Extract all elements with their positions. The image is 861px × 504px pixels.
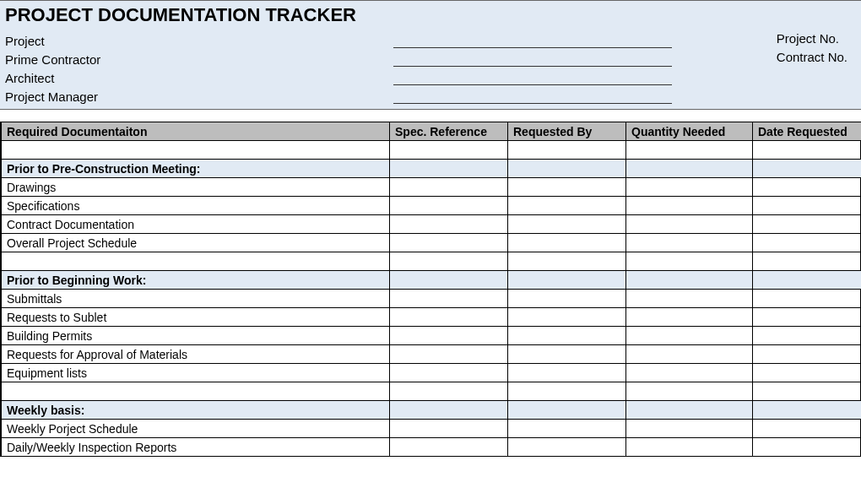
label-project: Project <box>5 34 123 48</box>
section-title: Weekly basis: <box>2 401 390 420</box>
section-blank-cell[interactable] <box>626 160 753 178</box>
label-project-no: Project No. <box>777 31 847 50</box>
section-blank-cell[interactable] <box>753 271 862 290</box>
doc-item-name: Daily/Weekly Inspection Reports <box>2 438 390 457</box>
table-row: Building Permits <box>2 327 862 345</box>
cell-blank[interactable] <box>626 141 753 160</box>
section-blank-cell[interactable] <box>753 160 862 178</box>
section-blank-cell[interactable] <box>753 401 862 420</box>
doc-item-name: Submittals <box>2 290 390 308</box>
cell-input[interactable] <box>390 234 508 252</box>
cell-input[interactable] <box>626 215 753 234</box>
cell-blank[interactable] <box>753 382 862 401</box>
doc-item-name: Weekly Porject Schedule <box>2 420 390 438</box>
cell-input[interactable] <box>753 197 862 215</box>
input-project-manager[interactable] <box>393 89 672 104</box>
cell-input[interactable] <box>753 364 862 382</box>
cell-blank[interactable] <box>508 141 626 160</box>
cell-input[interactable] <box>390 290 508 308</box>
header-block: PROJECT DOCUMENTATION TRACKER Project Pr… <box>0 0 861 110</box>
input-architect[interactable] <box>393 70 672 85</box>
doc-item-name: Specifications <box>2 197 390 215</box>
cell-input[interactable] <box>626 290 753 308</box>
section-blank-cell[interactable] <box>626 401 753 420</box>
cell-input[interactable] <box>753 420 862 438</box>
cell-input[interactable] <box>390 308 508 327</box>
spacer <box>0 110 861 122</box>
cell-blank[interactable] <box>390 382 508 401</box>
table-row: Specifications <box>2 197 862 215</box>
cell-input[interactable] <box>753 290 862 308</box>
input-prime-contractor[interactable] <box>393 51 672 67</box>
table-row: Requests for Approval of Materials <box>2 345 862 364</box>
cell-input[interactable] <box>508 215 626 234</box>
section-header-row: Prior to Beginning Work: <box>2 271 862 290</box>
cell-blank[interactable] <box>2 252 390 271</box>
cell-input[interactable] <box>390 197 508 215</box>
cell-input[interactable] <box>508 364 626 382</box>
cell-input[interactable] <box>508 178 626 197</box>
table-row: Overall Project Schedule <box>2 234 862 252</box>
section-blank-cell[interactable] <box>390 271 508 290</box>
table-row-blank <box>2 382 862 401</box>
cell-blank[interactable] <box>753 252 862 271</box>
cell-input[interactable] <box>508 308 626 327</box>
cell-input[interactable] <box>626 438 753 457</box>
section-header-row: Prior to Pre-Construction Meeting: <box>2 160 862 178</box>
cell-blank[interactable] <box>753 141 862 160</box>
section-blank-cell[interactable] <box>508 271 626 290</box>
cell-blank[interactable] <box>626 252 753 271</box>
cell-blank[interactable] <box>508 382 626 401</box>
cell-blank[interactable] <box>390 252 508 271</box>
doc-item-name: Building Permits <box>2 327 390 345</box>
cell-input[interactable] <box>390 327 508 345</box>
cell-input[interactable] <box>753 308 862 327</box>
cell-input[interactable] <box>390 438 508 457</box>
section-blank-cell[interactable] <box>390 401 508 420</box>
cell-input[interactable] <box>508 327 626 345</box>
cell-blank[interactable] <box>508 252 626 271</box>
table-row-blank <box>2 252 862 271</box>
section-title: Prior to Beginning Work: <box>2 271 390 290</box>
cell-input[interactable] <box>626 197 753 215</box>
cell-input[interactable] <box>390 178 508 197</box>
cell-input[interactable] <box>626 234 753 252</box>
section-blank-cell[interactable] <box>508 401 626 420</box>
cell-input[interactable] <box>753 215 862 234</box>
cell-input[interactable] <box>390 215 508 234</box>
table-row: Weekly Porject Schedule <box>2 420 862 438</box>
cell-blank[interactable] <box>2 382 390 401</box>
cell-input[interactable] <box>508 234 626 252</box>
cell-input[interactable] <box>390 345 508 364</box>
cell-input[interactable] <box>753 345 862 364</box>
cell-input[interactable] <box>508 197 626 215</box>
cell-blank[interactable] <box>390 141 508 160</box>
cell-input[interactable] <box>626 308 753 327</box>
cell-blank[interactable] <box>626 382 753 401</box>
cell-input[interactable] <box>626 327 753 345</box>
cell-blank[interactable] <box>2 141 390 160</box>
cell-input[interactable] <box>753 438 862 457</box>
input-project[interactable] <box>393 33 672 48</box>
cell-input[interactable] <box>508 438 626 457</box>
cell-input[interactable] <box>626 345 753 364</box>
table-row: Contract Documentation <box>2 215 862 234</box>
tracker-table-wrap: Required Documentaiton Spec. Reference R… <box>0 122 861 457</box>
cell-input[interactable] <box>753 234 862 252</box>
section-blank-cell[interactable] <box>626 271 753 290</box>
cell-input[interactable] <box>508 345 626 364</box>
cell-input[interactable] <box>753 178 862 197</box>
doc-item-name: Drawings <box>2 178 390 197</box>
section-blank-cell[interactable] <box>508 160 626 178</box>
cell-input[interactable] <box>626 420 753 438</box>
cell-input[interactable] <box>626 364 753 382</box>
cell-input[interactable] <box>508 420 626 438</box>
table-row: Submittals <box>2 290 862 308</box>
cell-input[interactable] <box>390 420 508 438</box>
cell-input[interactable] <box>753 327 862 345</box>
cell-input[interactable] <box>626 178 753 197</box>
cell-input[interactable] <box>390 364 508 382</box>
section-title: Prior to Pre-Construction Meeting: <box>2 160 390 178</box>
section-blank-cell[interactable] <box>390 160 508 178</box>
cell-input[interactable] <box>508 290 626 308</box>
